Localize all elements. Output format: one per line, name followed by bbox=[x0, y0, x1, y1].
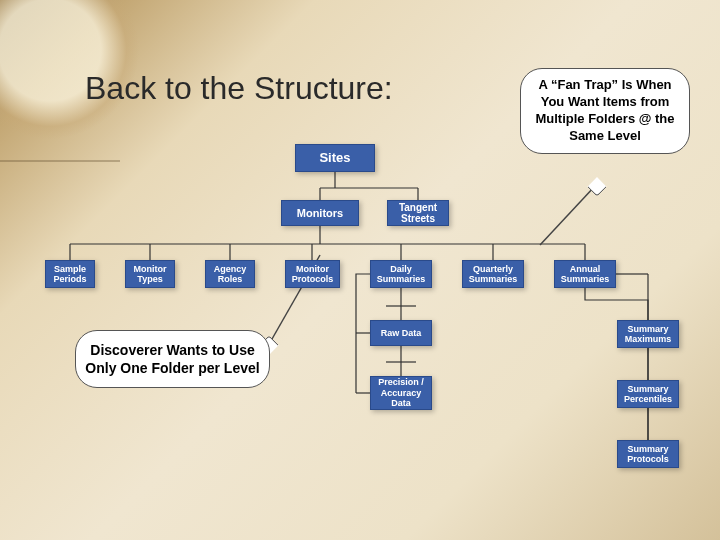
callout-discoverer: Discoverer Wants to Use Only One Folder … bbox=[75, 330, 270, 388]
node-tangent-streets: Tangent Streets bbox=[387, 200, 449, 226]
node-sample-periods: Sample Periods bbox=[45, 260, 95, 288]
node-raw-data: Raw Data bbox=[370, 320, 432, 346]
node-precision-accuracy: Precision / Accuracy Data bbox=[370, 376, 432, 410]
node-annual-summaries: Annual Summaries bbox=[554, 260, 616, 288]
background-line bbox=[0, 160, 120, 162]
node-monitor-protocols: Monitor Protocols bbox=[285, 260, 340, 288]
node-sites: Sites bbox=[295, 144, 375, 172]
callout-fan-trap: A “Fan Trap” Is When You Want Items from… bbox=[520, 68, 690, 154]
slide-title: Back to the Structure: bbox=[85, 70, 393, 107]
node-monitor-types: Monitor Types bbox=[125, 260, 175, 288]
node-daily-summaries: Daily Summaries bbox=[370, 260, 432, 288]
callout-tail-icon bbox=[587, 177, 607, 197]
node-summary-maximums: Summary Maximums bbox=[617, 320, 679, 348]
node-summary-percentiles: Summary Percentiles bbox=[617, 380, 679, 408]
node-quarterly-summaries: Quarterly Summaries bbox=[462, 260, 524, 288]
node-monitors: Monitors bbox=[281, 200, 359, 226]
node-summary-protocols: Summary Protocols bbox=[617, 440, 679, 468]
node-agency-roles: Agency Roles bbox=[205, 260, 255, 288]
